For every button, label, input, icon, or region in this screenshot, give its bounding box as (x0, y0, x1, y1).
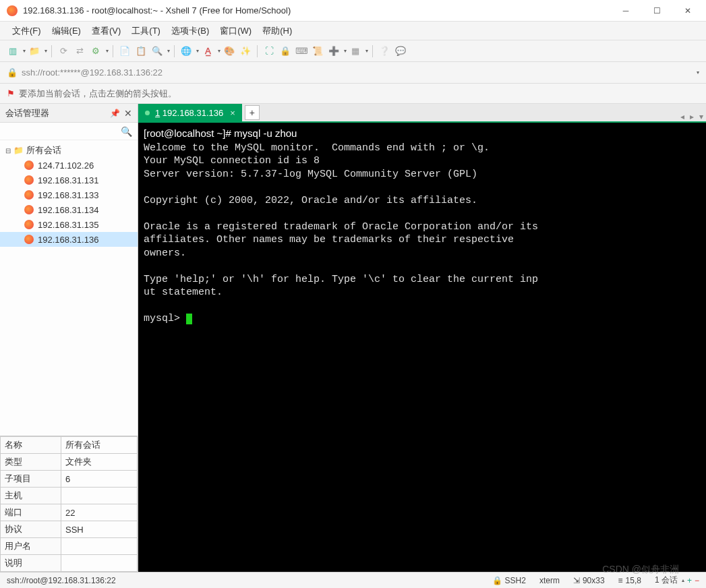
tab-close-icon[interactable]: × (230, 108, 235, 118)
menubar: 文件(F) 编辑(E) 查看(V) 工具(T) 选项卡(B) 窗口(W) 帮助(… (0, 22, 706, 40)
minimize-button[interactable]: ─ (610, 1, 641, 21)
property-key: 说明 (1, 555, 61, 572)
fullscreen-icon[interactable]: ⛶ (262, 44, 276, 59)
property-key: 类型 (1, 454, 61, 471)
new-session-icon[interactable]: ▥ (5, 44, 20, 59)
property-row: 说明 (1, 555, 138, 572)
main-area: 会话管理器 📌 ✕ 🔍 ⊟ 📁 所有会话 124.71.102.26192.16… (0, 104, 706, 572)
status-ssh: 🔒SSH2 (492, 576, 526, 585)
property-value: SSH (61, 521, 138, 538)
session-item[interactable]: 192.168.31.134 (0, 202, 138, 217)
properties-icon[interactable]: ⚙ (88, 44, 103, 59)
menu-tools[interactable]: 工具(T) (126, 22, 166, 40)
session-tree: ⊟ 📁 所有会话 124.71.102.26192.168.31.131192.… (0, 140, 138, 436)
help-icon[interactable]: ❔ (377, 44, 392, 59)
keyboard-icon[interactable]: ⌨ (294, 44, 309, 59)
pin-icon[interactable]: 📌 (110, 109, 120, 118)
window-title: 192.168.31.136 - root@localhost:~ - Xshe… (23, 5, 610, 16)
tab-menu-icon[interactable]: ▾ (697, 112, 706, 121)
status-pos: ≡ 15,8 (618, 576, 641, 585)
font-icon[interactable]: A̲ (200, 44, 215, 59)
property-value: 所有会话 (61, 437, 138, 454)
status-bar: ssh://root@192.168.31.136:22 🔒SSH2 xterm… (0, 572, 706, 588)
app-icon (7, 5, 18, 16)
menu-edit[interactable]: 编辑(E) (47, 22, 86, 40)
property-key: 协议 (1, 521, 61, 538)
session-label: 192.168.31.134 (38, 205, 98, 215)
property-row: 协议SSH (1, 521, 138, 538)
close-button[interactable]: ✕ (672, 1, 703, 21)
search-icon: 🔍 (121, 126, 132, 137)
copy-icon[interactable]: 📄 (117, 44, 132, 59)
tab-label: 192.168.31.136 (163, 108, 223, 118)
tab-prev-icon[interactable]: ◂ (678, 112, 687, 121)
properties-panel: 名称所有会话类型文件夹子项目6主机端口22协议SSH用户名说明 (0, 436, 138, 572)
property-value: 22 (61, 504, 138, 521)
lock-small-icon: 🔒 (492, 576, 502, 585)
reconnect-icon[interactable]: ⟳ (56, 44, 71, 59)
session-label: 192.168.31.135 (38, 220, 98, 230)
expander-icon[interactable]: ⊟ (4, 147, 12, 154)
lock-icon[interactable]: 🔒 (278, 44, 293, 59)
tab-status-icon (145, 111, 150, 115)
about-icon[interactable]: 💬 (393, 44, 408, 59)
session-item[interactable]: 192.168.31.136 (0, 232, 138, 247)
property-key: 名称 (1, 437, 61, 454)
address-dropdown-icon[interactable]: ▾ (697, 69, 699, 76)
session-tree-root[interactable]: ⊟ 📁 所有会话 (0, 143, 138, 158)
menu-help[interactable]: 帮助(H) (257, 22, 297, 40)
terminal[interactable]: [root@localhost ~]# mysql -u zhou Welcom… (138, 123, 706, 572)
tab-next-icon[interactable]: ▸ (687, 112, 697, 121)
menu-file[interactable]: 文件(F) (7, 22, 47, 40)
menu-view[interactable]: 查看(V) (86, 22, 126, 40)
globe-icon[interactable]: 🌐 (179, 44, 194, 59)
session-search[interactable]: 🔍 (0, 123, 138, 140)
status-sessions: 1 会话 ▴ + − (655, 575, 699, 586)
open-folder-icon[interactable]: 📁 (27, 44, 42, 59)
session-item[interactable]: 192.168.31.135 (0, 217, 138, 232)
property-row: 主机 (1, 488, 138, 504)
status-connection: ssh://root@192.168.31.136:22 (7, 576, 116, 585)
highlight-icon[interactable]: ✨ (238, 44, 253, 59)
property-row: 端口22 (1, 504, 138, 521)
paste-icon[interactable]: 📋 (134, 44, 148, 59)
disconnect-icon[interactable]: ⇄ (72, 44, 87, 59)
session-item[interactable]: 192.168.31.133 (0, 187, 138, 202)
session-item[interactable]: 124.71.102.26 (0, 158, 138, 173)
toolbar: ▥▾ 📁▾ ⟳ ⇄ ⚙▾ 📄 📋 🔍▾ 🌐▾ A̲▾ 🎨 ✨ ⛶ 🔒 ⌨ 📜 ➕… (0, 40, 706, 62)
separator (174, 45, 175, 57)
separator (257, 45, 258, 57)
property-key: 主机 (1, 488, 61, 504)
separator (372, 45, 373, 57)
session-label: 124.71.102.26 (38, 160, 94, 171)
hint-bar: ⚑ 要添加当前会话，点击左侧的箭头按钮。 (0, 84, 706, 104)
flag-icon: ⚑ (7, 88, 15, 98)
address-bar[interactable]: 🔒 ssh://root:******@192.168.31.136:22 ▾ (0, 62, 706, 84)
add-icon[interactable]: ➕ (326, 44, 341, 59)
maximize-button[interactable]: ☐ (641, 1, 672, 21)
script-icon[interactable]: 📜 (310, 44, 325, 59)
separator (51, 45, 52, 57)
property-key: 端口 (1, 504, 61, 521)
address-text: ssh://root:******@192.168.31.136:22 (22, 67, 163, 78)
tile-icon[interactable]: ▦ (348, 44, 363, 59)
property-row: 子项目6 (1, 471, 138, 488)
menu-window[interactable]: 窗口(W) (214, 22, 257, 40)
panel-close-icon[interactable]: ✕ (124, 108, 132, 119)
window-controls: ─ ☐ ✕ (610, 1, 703, 21)
folder-icon: 📁 (13, 146, 24, 155)
session-manager-label: 会话管理器 (5, 107, 49, 119)
tab-index: 1 (155, 108, 160, 118)
find-icon[interactable]: 🔍 (150, 44, 165, 59)
session-item[interactable]: 192.168.31.131 (0, 173, 138, 187)
menu-tabs[interactable]: 选项卡(B) (166, 22, 214, 40)
session-label: 192.168.31.136 (38, 235, 98, 245)
tab-active[interactable]: 1 192.168.31.136 × (138, 104, 242, 121)
titlebar: 192.168.31.136 - root@localhost:~ - Xshe… (0, 0, 706, 22)
color-icon[interactable]: 🎨 (222, 44, 237, 59)
property-value: 6 (61, 471, 138, 488)
property-row: 类型文件夹 (1, 454, 138, 471)
tab-add-button[interactable]: + (245, 105, 260, 120)
session-manager-title: 会话管理器 📌 ✕ (0, 104, 138, 123)
session-icon (24, 175, 34, 185)
